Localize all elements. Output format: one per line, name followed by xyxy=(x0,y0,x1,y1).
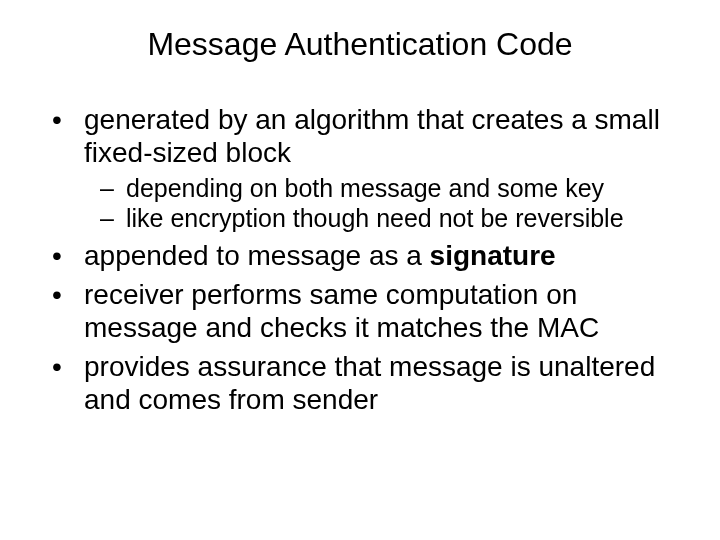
sub-bullet-list: depending on both message and some key l… xyxy=(84,173,690,233)
bullet-text: appended to message as a xyxy=(84,240,430,271)
sub-bullet-text: like encryption though need not be rever… xyxy=(126,204,624,232)
bullet-list: generated by an algorithm that creates a… xyxy=(30,103,690,416)
bullet-item: appended to message as a signature xyxy=(30,239,690,272)
bullet-text: generated by an algorithm that creates a… xyxy=(84,104,660,168)
bullet-text: receiver performs same computation on me… xyxy=(84,279,599,343)
bullet-item: generated by an algorithm that creates a… xyxy=(30,103,690,233)
slide: Message Authentication Code generated by… xyxy=(0,0,720,540)
bullet-text: provides assurance that message is unalt… xyxy=(84,351,655,415)
sub-bullet-item: like encryption though need not be rever… xyxy=(84,203,690,233)
sub-bullet-item: depending on both message and some key xyxy=(84,173,690,203)
bullet-item: provides assurance that message is unalt… xyxy=(30,350,690,416)
bullet-bold: signature xyxy=(430,240,556,271)
bullet-item: receiver performs same computation on me… xyxy=(30,278,690,344)
slide-title: Message Authentication Code xyxy=(30,26,690,63)
sub-bullet-text: depending on both message and some key xyxy=(126,174,604,202)
